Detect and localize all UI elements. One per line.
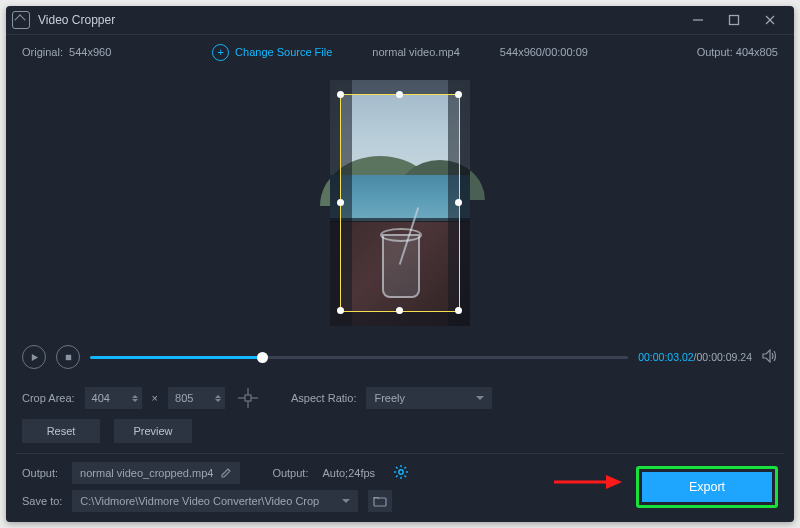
crop-height-input[interactable]: 805 xyxy=(168,387,225,409)
svg-line-17 xyxy=(396,467,398,469)
crop-handle[interactable] xyxy=(396,307,403,314)
crop-handle[interactable] xyxy=(455,199,462,206)
time-display: 00:00:03.02/00:00:09.24 xyxy=(638,351,752,363)
change-source-label: Change Source File xyxy=(235,46,332,58)
stop-button[interactable] xyxy=(56,345,80,369)
svg-rect-5 xyxy=(65,354,70,359)
play-button[interactable] xyxy=(22,345,46,369)
crop-area-label: Crop Area: xyxy=(22,392,75,404)
close-button[interactable] xyxy=(752,6,788,34)
maximize-button[interactable] xyxy=(716,6,752,34)
open-folder-button[interactable] xyxy=(368,490,392,512)
app-window: Video Cropper Original: 544x960 + Change… xyxy=(6,6,794,522)
svg-point-12 xyxy=(399,470,403,474)
aspect-ratio-select[interactable]: Freely xyxy=(366,387,492,409)
output-format-label: Output: xyxy=(272,467,308,479)
aspect-ratio-label: Aspect Ratio: xyxy=(291,392,356,404)
svg-marker-6 xyxy=(763,350,770,362)
minimize-button[interactable] xyxy=(680,6,716,34)
preview-area xyxy=(6,69,794,337)
svg-marker-4 xyxy=(31,353,37,360)
crop-selection[interactable] xyxy=(340,94,460,312)
crop-handle[interactable] xyxy=(337,199,344,206)
app-title: Video Cropper xyxy=(38,13,115,27)
dimension-separator: × xyxy=(152,392,158,404)
seek-thumb[interactable] xyxy=(257,352,268,363)
volume-icon[interactable] xyxy=(762,349,778,365)
svg-rect-11 xyxy=(245,395,251,401)
source-meta: 544x960/00:00:09 xyxy=(500,46,588,58)
stepper-down-icon[interactable] xyxy=(215,399,221,402)
chevron-down-icon xyxy=(476,396,484,400)
crop-handle[interactable] xyxy=(396,91,403,98)
save-to-label: Save to: xyxy=(22,495,62,507)
stepper-up-icon[interactable] xyxy=(132,395,138,398)
plus-circle-icon: + xyxy=(212,44,229,61)
stepper-up-icon[interactable] xyxy=(215,395,221,398)
output-file-label: Output: xyxy=(22,467,58,479)
source-filename: normal video.mp4 xyxy=(372,46,459,58)
crop-controls: Crop Area: 404 × 805 Aspect Ratio: Freel… xyxy=(6,377,794,419)
svg-line-18 xyxy=(404,475,406,477)
output-filename: normal video_cropped.mp4 xyxy=(80,467,213,479)
playback-bar: 00:00:03.02/00:00:09.24 xyxy=(6,337,794,377)
save-path-select[interactable]: C:\Vidmore\Vidmore Video Converter\Video… xyxy=(72,490,358,512)
chevron-down-icon xyxy=(342,499,350,503)
app-logo-icon xyxy=(12,11,30,29)
edit-filename-icon[interactable] xyxy=(221,467,232,480)
svg-line-19 xyxy=(404,467,406,469)
save-path-value: C:\Vidmore\Vidmore Video Converter\Video… xyxy=(80,495,319,507)
crop-handle[interactable] xyxy=(337,307,344,314)
change-source-button[interactable]: + Change Source File xyxy=(212,44,332,61)
crop-width-input[interactable]: 404 xyxy=(85,387,142,409)
preview-button[interactable]: Preview xyxy=(114,419,192,443)
svg-rect-1 xyxy=(730,16,739,25)
titlebar: Video Cropper xyxy=(6,6,794,35)
crop-handle[interactable] xyxy=(455,307,462,314)
output-format-value: Auto;24fps xyxy=(322,467,375,479)
seek-slider[interactable] xyxy=(90,347,628,367)
output-filename-field: normal video_cropped.mp4 xyxy=(72,462,240,484)
crop-handle[interactable] xyxy=(455,91,462,98)
output-dimensions: Output: 404x805 xyxy=(697,46,778,58)
original-dimensions: Original: 544x960 xyxy=(22,46,111,58)
export-button[interactable]: Export xyxy=(642,472,772,502)
reset-button[interactable]: Reset xyxy=(22,419,100,443)
video-preview[interactable] xyxy=(330,80,470,326)
center-crop-button[interactable] xyxy=(235,387,261,409)
info-bar: Original: 544x960 + Change Source File n… xyxy=(6,35,794,69)
settings-gear-icon[interactable] xyxy=(393,464,409,482)
svg-rect-21 xyxy=(374,498,386,506)
annotation-highlight: Export xyxy=(636,466,778,508)
crop-handle[interactable] xyxy=(337,91,344,98)
stepper-down-icon[interactable] xyxy=(132,399,138,402)
svg-line-20 xyxy=(396,475,398,477)
